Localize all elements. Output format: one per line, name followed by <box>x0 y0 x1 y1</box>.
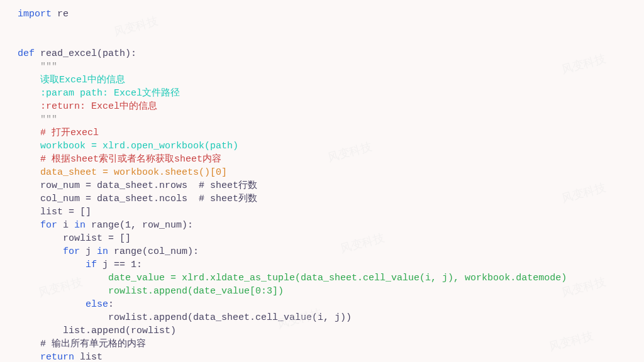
code-line-blank <box>18 34 626 47</box>
code-line: import re <box>18 8 626 21</box>
docstring-line: :param path: Excel文件路径 <box>18 87 626 100</box>
keyword: if <box>86 260 97 270</box>
keyword: def <box>18 48 35 59</box>
code-line: if j == 1: <box>18 258 626 272</box>
code-line: row_num = data_sheet.nrows # sheet行数 <box>18 179 626 192</box>
keyword: for <box>63 246 80 257</box>
keyword: in <box>74 220 86 231</box>
code-line: list.append(rowlist) <box>18 324 626 337</box>
docstring-line: """ <box>18 113 626 126</box>
code-line: for j in range(col_num): <box>18 245 626 258</box>
code-line: else: <box>18 298 626 311</box>
code-line: rowlist.append(date_value[0:3]) <box>18 285 626 298</box>
code-line: for i in range(1, row_num): <box>18 219 626 232</box>
code-line: date_value = xlrd.xldate_as_tuple(data_s… <box>18 272 626 285</box>
code-line: rowlist = [] <box>18 232 626 245</box>
code-line: list = [] <box>18 206 626 219</box>
keyword: in <box>97 246 108 257</box>
code-line: workbook = xlrd.open_workbook(path) <box>18 140 626 153</box>
code-line: col_num = data_sheet.ncols # sheet列数 <box>18 192 626 206</box>
docstring-line: :return: Excel中的信息 <box>18 100 626 113</box>
comment-line: # 打开execl <box>18 126 626 140</box>
code-line-blank <box>18 21 626 34</box>
comment-line: # 输出所有单元格的内容 <box>18 337 626 351</box>
comment-line: # 根据sheet索引或者名称获取sheet内容 <box>18 153 626 166</box>
keyword: return <box>40 352 74 362</box>
keyword: for <box>40 220 57 231</box>
keyword: else <box>86 299 108 310</box>
code-block: import re def read_excel(path): """ 读取Ex… <box>18 8 626 362</box>
code-line: return list <box>18 351 626 362</box>
keyword: import <box>18 9 52 19</box>
code-line: rowlist.append(data_sheet.cell_value(i, … <box>18 311 626 324</box>
code-line: def read_excel(path): <box>18 47 626 60</box>
docstring-line: 读取Excel中的信息 <box>18 74 626 87</box>
docstring-line: """ <box>18 60 626 74</box>
code-line: data_sheet = workbook.sheets()[0] <box>18 166 626 179</box>
